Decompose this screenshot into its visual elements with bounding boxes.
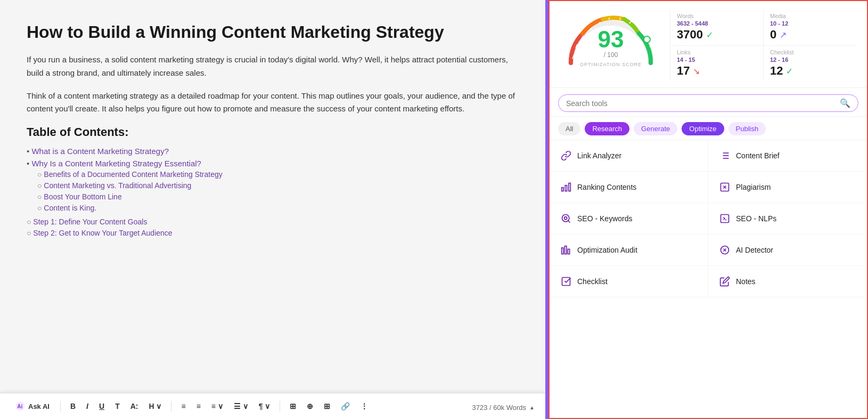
toc-sub-list: Benefits of a Documented Content Marketi… — [27, 170, 519, 212]
align-center-button[interactable]: ≡ — [193, 400, 204, 412]
tool-content-brief[interactable]: Content Brief — [708, 140, 867, 171]
ai-sparkle-icon: Ai — [15, 401, 26, 412]
filter-tab-publish[interactable]: Publish — [728, 122, 766, 135]
tool-link-analyzer[interactable]: Link Analyzer — [550, 140, 708, 171]
plagiarism-icon — [719, 181, 731, 193]
ai-detector-icon — [719, 244, 731, 256]
seo-keywords-icon — [560, 213, 572, 224]
tool-optimization-audit[interactable]: Optimization Audit — [550, 235, 708, 265]
align-left-button[interactable]: ≡ — [178, 400, 189, 412]
checklist-stat: Checklist 12 - 16 12 ✓ — [763, 45, 856, 81]
links-stat: Links 14 - 15 17 ↘ — [670, 45, 763, 81]
ask-ai-button[interactable]: Ai Ask AI — [11, 399, 54, 414]
more-button[interactable]: ⋮ — [357, 400, 371, 412]
svg-text:Ai: Ai — [17, 404, 22, 409]
tools-grid: Link Analyzer Content Brief Ranking Cont… — [550, 140, 867, 418]
tool-ai-detector[interactable]: AI Detector — [708, 235, 867, 265]
toc-sub-3[interactable]: Boost Your Bottom Line — [37, 192, 519, 201]
toc-sub-2[interactable]: Content Marketing vs. Traditional Advert… — [37, 181, 519, 190]
words-stat: Words 3632 - 5448 3700 ✓ — [670, 10, 763, 45]
tools-row-1: Link Analyzer Content Brief — [550, 140, 867, 172]
filter-tab-research[interactable]: Research — [585, 122, 629, 135]
checklist-label: Checklist — [577, 277, 608, 286]
media-stat: Media 10 - 12 0 ↗ — [763, 10, 856, 45]
tool-ranking-contents[interactable]: Ranking Contents — [550, 172, 708, 203]
score-label: OPTIMIZATION SCORE — [580, 62, 642, 67]
filter-tab-generate[interactable]: Generate — [634, 122, 677, 135]
article-title: How to Build a Winning Content Marketing… — [27, 21, 519, 43]
checklist-value-row: 12 ✓ — [770, 64, 850, 78]
image-button[interactable]: ⊞ — [286, 400, 299, 412]
checklist-icon — [560, 276, 572, 287]
svg-point-27 — [564, 217, 567, 220]
optimization-audit-icon — [560, 244, 572, 256]
svg-rect-21 — [565, 186, 567, 191]
checklist-value: 12 — [770, 64, 783, 78]
seo-nlps-icon — [719, 213, 731, 224]
insert-button[interactable]: ⊕ — [304, 400, 316, 412]
editor-panel: How to Build a Winning Content Marketing… — [0, 0, 545, 419]
stats-grid: Words 3632 - 5448 3700 ✓ Media 10 - 12 0… — [670, 10, 856, 81]
table-button[interactable]: ⊞ — [321, 400, 333, 412]
font-size-button[interactable]: A: — [127, 400, 142, 412]
toc-item-2[interactable]: Why Is a Content Marketing Strategy Esse… — [27, 159, 519, 212]
score-section: 93 / 100 OPTIMIZATION SCORE Words 3632 -… — [550, 1, 867, 88]
list-button[interactable]: ≡ ∨ — [208, 400, 226, 412]
score-top: 93 / 100 OPTIMIZATION SCORE Words 3632 -… — [560, 10, 856, 81]
svg-line-12 — [650, 44, 652, 47]
tool-seo-nlps[interactable]: SEO - NLPs — [708, 203, 867, 234]
tool-seo-keywords[interactable]: SEO - Keywords — [550, 203, 708, 234]
svg-line-8 — [620, 18, 620, 20]
link-button[interactable]: 🔗 — [338, 400, 353, 412]
paragraph-button[interactable]: ¶ ∨ — [256, 400, 274, 412]
toc-step-1[interactable]: Step 1: Define Your Content Goals — [27, 217, 519, 226]
svg-point-13 — [644, 36, 650, 43]
ranking-contents-icon — [560, 181, 572, 193]
score-value: 93 — [598, 28, 624, 51]
link-analyzer-icon — [560, 150, 572, 162]
notes-label: Notes — [736, 277, 756, 286]
toc-link-2[interactable]: Why Is a Content Marketing Strategy Esse… — [31, 159, 201, 168]
media-label: Media — [770, 13, 850, 19]
underline-button[interactable]: U — [96, 400, 108, 412]
tool-plagiarism[interactable]: Plagiarism — [708, 172, 867, 203]
toc-list: What is a Content Marketing Strategy? Wh… — [27, 147, 519, 212]
ask-ai-label: Ask AI — [28, 402, 50, 410]
editor-content[interactable]: How to Build a Winning Content Marketing… — [0, 0, 545, 419]
words-value-row: 3700 ✓ — [677, 28, 757, 42]
search-input[interactable] — [566, 99, 840, 108]
toc-step-2[interactable]: Step 2: Get to Know Your Target Audience — [27, 229, 519, 237]
filter-tabs: All Research Generate Optimize Publish — [550, 117, 867, 140]
filter-tab-optimize[interactable]: Optimize — [682, 122, 724, 135]
search-section: 🔍 — [550, 88, 867, 117]
search-input-wrap[interactable]: 🔍 — [558, 94, 858, 112]
bold-button[interactable]: B — [67, 400, 79, 412]
words-range: 3632 - 5448 — [677, 20, 757, 27]
toc-link-1[interactable]: What is a Content Marketing Strategy? — [31, 147, 169, 156]
toc-sub-1[interactable]: Benefits of a Documented Content Marketi… — [37, 170, 519, 179]
svg-rect-30 — [562, 248, 563, 254]
seo-nlps-label: SEO - NLPs — [736, 214, 776, 223]
media-range: 10 - 12 — [770, 20, 850, 27]
seo-keywords-label: SEO - Keywords — [577, 214, 632, 223]
links-arrow-icon: ↘ — [693, 66, 700, 76]
toolbar-divider-2 — [171, 401, 171, 412]
filter-tab-all[interactable]: All — [558, 122, 580, 135]
svg-rect-22 — [562, 188, 563, 191]
svg-line-10 — [638, 28, 640, 30]
heading-button[interactable]: H ∨ — [145, 400, 165, 412]
toc-item-1[interactable]: What is a Content Marketing Strategy? — [27, 147, 519, 156]
tool-checklist[interactable]: Checklist — [550, 266, 708, 297]
toc-sub-4[interactable]: Content is King. — [37, 204, 519, 212]
chevron-up-icon: ▲ — [529, 405, 535, 410]
editor-toolbar: Ai Ask AI B I U T A: H ∨ ≡ ≡ ≡ ∨ ☰ ∨ ¶ ∨… — [0, 393, 545, 419]
ranking-contents-label: Ranking Contents — [577, 183, 636, 191]
words-value: 3700 — [677, 28, 703, 42]
words-label: Words — [677, 13, 757, 19]
optimization-gauge: 93 / 100 OPTIMIZATION SCORE — [560, 10, 661, 68]
right-panel: 93 / 100 OPTIMIZATION SCORE Words 3632 -… — [548, 0, 868, 419]
italic-button[interactable]: I — [83, 400, 92, 412]
text-button[interactable]: T — [112, 400, 123, 412]
bullet-button[interactable]: ☰ ∨ — [231, 400, 251, 412]
tool-notes[interactable]: Notes — [708, 266, 867, 297]
